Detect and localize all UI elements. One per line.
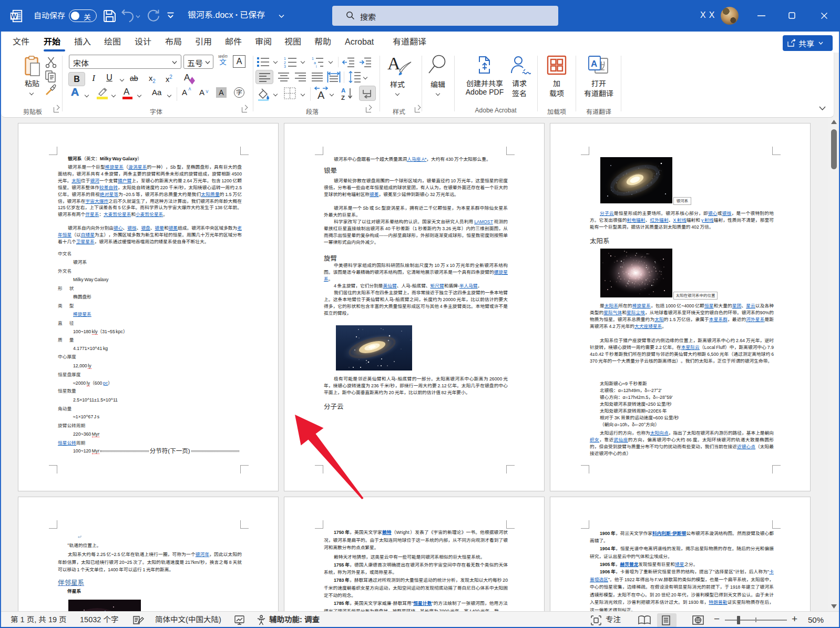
svg-text:A: A bbox=[341, 87, 345, 94]
svg-text:A: A bbox=[591, 59, 597, 69]
svg-text:a: a bbox=[314, 61, 316, 65]
svg-text:3: 3 bbox=[284, 65, 286, 68]
svg-text:1: 1 bbox=[284, 57, 286, 60]
svg-text:i: i bbox=[316, 65, 317, 68]
svg-text:2: 2 bbox=[284, 61, 286, 65]
svg-text:A: A bbox=[317, 89, 325, 101]
svg-text:Z: Z bbox=[341, 95, 345, 101]
svg-text:1: 1 bbox=[312, 57, 314, 60]
svg-text:W: W bbox=[11, 13, 17, 20]
